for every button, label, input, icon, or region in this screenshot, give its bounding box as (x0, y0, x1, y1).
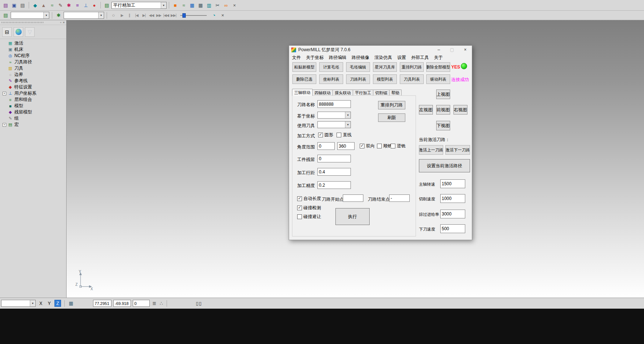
statusbar-dropdown[interactable]: ▼ (1, 300, 36, 307)
print-icon[interactable]: ▤ (19, 1, 26, 9)
view-top-button[interactable]: 上视图 (436, 89, 450, 99)
coord-z-input[interactable] (133, 300, 150, 307)
skim-feed-input[interactable] (440, 210, 465, 218)
workplane-icon[interactable]: ⊥ (82, 1, 90, 9)
menu-coords[interactable]: 关于坐标 (306, 55, 324, 61)
menu-external-tools[interactable]: 外部工具 (411, 55, 429, 61)
tool-list-button[interactable]: 刀具列表 (400, 74, 424, 84)
step-forward-icon[interactable]: ▶| (140, 12, 147, 19)
menu-path-mirror[interactable]: 路径镜像 (352, 55, 369, 61)
sidebar-item-patterns[interactable]: ✎参考线 (0, 78, 66, 84)
model-list-button[interactable]: 模型列表 (373, 74, 397, 84)
go-end-icon[interactable]: ▶▶| (170, 12, 177, 19)
view-left-button[interactable]: 左视图 (419, 105, 433, 115)
block-icon[interactable]: ◆ (31, 1, 39, 9)
auto-length-checkbox[interactable]: 自动长度 (297, 196, 321, 202)
sidebar-item-feature-sets[interactable]: ◆特征设置 (0, 84, 66, 90)
spindle-speed-input[interactable] (440, 179, 465, 188)
sidebar-item-tools[interactable]: ▥刀具 (0, 65, 66, 71)
hierarchy-icon[interactable]: ⊟ (2, 27, 12, 37)
view-right-button[interactable]: 右视图 (453, 105, 467, 115)
panel-grip[interactable] (1, 22, 44, 23)
coord-list-button[interactable]: 坐标列表 (319, 74, 343, 84)
checkbox-box[interactable] (377, 144, 382, 148)
paste-new-model-button[interactable]: 粘贴新模型 (292, 62, 316, 72)
rearrange-toolpaths-button[interactable]: 重排列刀路 (400, 62, 424, 72)
sidebar-item-nc-programs[interactable]: ◎NC程序 (0, 53, 66, 59)
tab-3axis[interactable]: 三轴联动 (292, 89, 313, 96)
dialog-titlebar[interactable]: PowerMILL 忆梦星河 7.0.6 – ▢ × (289, 46, 472, 54)
drive-list-button[interactable]: 驱动列表 (426, 74, 450, 84)
coord-x-input[interactable] (93, 300, 111, 307)
clock-icon[interactable]: ◔ (210, 11, 218, 19)
conventional-checkbox[interactable]: 逆铣 (391, 143, 406, 149)
slider-handle[interactable] (182, 13, 186, 18)
sidebar-item-boundaries[interactable]: ○边界 (0, 71, 66, 78)
chart-icon[interactable]: ▥ (205, 1, 213, 9)
tab-saw[interactable]: 切割锯 (373, 89, 389, 96)
view-front-button[interactable]: 前视图 (436, 105, 450, 115)
globe-icon[interactable] (14, 27, 23, 37)
toolpath-icon[interactable]: ≈ (48, 1, 56, 9)
checkbox-box[interactable] (360, 144, 364, 148)
list-icon[interactable]: ≣ (152, 301, 157, 306)
angle-to-input[interactable] (337, 142, 355, 150)
toolpath-list-icon[interactable]: ▤ (2, 11, 10, 19)
sidebar-item-levels[interactable]: ≡层和组合 (0, 96, 66, 103)
tab-parallel[interactable]: 平行加工 (353, 89, 373, 96)
toolbox-icon[interactable]: ■ (171, 1, 179, 9)
line-checkbox[interactable]: 直线 (337, 132, 352, 138)
expander-icon[interactable]: + (3, 123, 6, 127)
delete-all-models-button[interactable]: 删除全部模型 (426, 62, 450, 72)
sidebar-item-groups[interactable]: ✎组 (0, 115, 66, 122)
menu-path-edit[interactable]: 路径编辑 (329, 55, 346, 61)
tool-library-button[interactable]: 星河刀具库 (373, 62, 397, 72)
axis-z-button[interactable]: Z (54, 300, 61, 307)
axis-x-button[interactable]: X (38, 300, 44, 307)
set-active-path-button[interactable]: 设置当前激活路径 (419, 159, 470, 172)
plunge-speed-input[interactable] (440, 224, 465, 233)
delete-selected-button[interactable]: 删除已选 (292, 74, 316, 84)
macro-record-icon[interactable]: ● (90, 1, 98, 9)
minimize-icon[interactable]: – (432, 46, 445, 54)
checkbox-box[interactable] (337, 133, 341, 137)
sidebar-item-activate[interactable]: ▦激活 (0, 40, 66, 46)
refresh-button[interactable]: 刷新 (378, 113, 405, 122)
shield-icon[interactable]: ▽ (25, 27, 35, 37)
toolpath-select[interactable]: ▼ (11, 12, 49, 19)
strategy-dropdown[interactable]: 平行精加工 ▼ (111, 2, 167, 9)
scissors-icon[interactable]: ✂ (214, 1, 221, 9)
toolpath-name-input[interactable] (317, 100, 351, 108)
step-back-icon[interactable]: |◀ (133, 12, 140, 19)
pattern-icon[interactable]: ✱ (65, 1, 73, 9)
axis-y-button[interactable]: Y (46, 300, 53, 307)
execute-button[interactable]: 执行 (335, 208, 370, 225)
tab-help[interactable]: 帮助 (389, 89, 402, 96)
menu-about[interactable]: 关于 (434, 55, 443, 61)
view-bottom-button[interactable]: 下视图 (436, 121, 450, 130)
activate-next-toolpath-button[interactable]: 激活下一刀路 (445, 145, 470, 155)
sidebar-item-stock-models[interactable]: ◆残留模型 (0, 109, 66, 115)
save-icon[interactable]: ▣ (10, 1, 18, 9)
tab-4axis[interactable]: 四轴联动 (312, 89, 333, 96)
maximize-icon[interactable]: ▢ (445, 46, 459, 54)
grid-icon[interactable]: ▦ (188, 1, 196, 9)
climb-checkbox[interactable]: 顺铣 (377, 143, 392, 149)
circle-checkbox[interactable]: 圆形 (318, 132, 333, 138)
checkbox-box[interactable] (318, 133, 323, 137)
activate-prev-toolpath-button[interactable]: 激活上一刀路 (419, 145, 443, 155)
pencil-icon[interactable]: ✎ (57, 1, 64, 9)
toolpath-list-button[interactable]: 刀路列表 (346, 74, 370, 84)
mount-icon[interactable]: ▲ (40, 1, 47, 9)
go-start-icon[interactable]: |◀◀ (163, 12, 170, 19)
coord-y-input[interactable] (113, 300, 131, 307)
simulation-speed-slider[interactable] (180, 13, 207, 18)
based-coord-select[interactable]: ▼ (317, 112, 351, 119)
play-icon[interactable]: ▶ (118, 12, 125, 19)
curve-icon[interactable]: ≈ (180, 1, 188, 9)
rewind-icon[interactable]: ◀◀ (148, 12, 155, 19)
sidebar-item-machine[interactable]: ▣机床 (0, 46, 66, 53)
tool-select[interactable]: ▼ (64, 12, 104, 19)
stock-input[interactable] (317, 155, 351, 162)
checkbox-box[interactable] (391, 144, 395, 148)
